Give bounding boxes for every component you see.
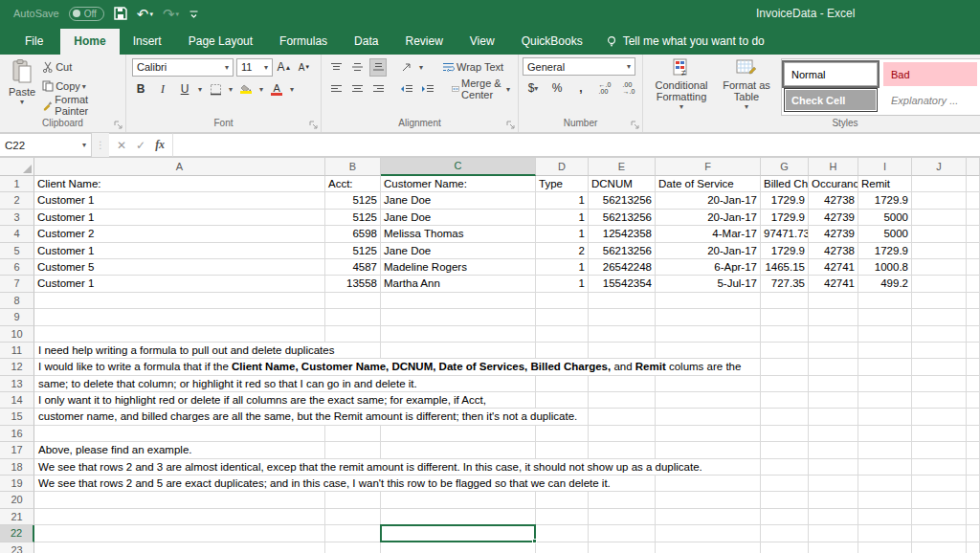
cell-H7[interactable]: 42741 [809,276,858,292]
merge-center-button[interactable]: Merge & Center ▾ [450,79,512,99]
cell-H6[interactable]: 42741 [809,259,858,276]
increase-font-button[interactable]: A▲ [276,58,293,77]
cell-B16[interactable] [325,426,381,442]
cell-E16[interactable] [589,426,656,442]
col-header-partial[interactable] [967,158,980,176]
cell-E22[interactable] [589,525,656,542]
row-header-3[interactable]: 3 [0,210,34,226]
cancel-formula-icon[interactable]: ✕ [117,139,126,152]
cell-H18[interactable] [809,459,858,476]
cell-I18[interactable] [858,459,912,476]
cell-A2[interactable]: Customer 1 [34,192,325,209]
cell-F16[interactable] [656,426,761,442]
formula-input[interactable] [173,133,980,157]
bold-button[interactable]: B [132,80,149,99]
align-left-button[interactable] [327,80,345,99]
row-header-12[interactable]: 12 [0,359,34,375]
cell-H23[interactable] [809,542,858,553]
row-header-13[interactable]: 13 [0,376,34,392]
cell-F23[interactable] [656,542,761,553]
cell-I17[interactable] [858,442,912,458]
format-as-table-dropdown-icon[interactable]: ▾ [745,102,748,111]
cell-F19[interactable] [656,476,761,492]
cell-B17[interactable] [325,442,381,458]
cell-x6[interactable] [967,259,980,276]
cell-F10[interactable] [656,326,761,343]
underline-dropdown-icon[interactable]: ▾ [198,85,202,94]
cell-D21[interactable] [536,509,589,525]
cell-C22[interactable] [381,525,536,542]
cell-I21[interactable] [858,509,912,525]
name-box[interactable]: C22 ▾ [0,133,92,157]
cell-H15[interactable] [809,409,858,425]
cell-G6[interactable]: 1465.15 [761,259,809,276]
cell-B10[interactable] [325,326,381,343]
cell-H12[interactable] [809,359,858,375]
cut-button[interactable]: Cut [40,57,122,77]
style-check-cell[interactable]: Check Cell [784,88,878,112]
format-as-table-button[interactable]: Format as Table ▾ [716,56,777,118]
cell-I9[interactable] [858,309,912,325]
cell-F17[interactable] [656,442,761,458]
col-header-B[interactable]: B [325,158,381,176]
comma-style-button[interactable]: , [572,79,590,98]
cell-H10[interactable] [809,326,858,343]
cell-B8[interactable] [325,293,381,309]
italic-button[interactable]: I [154,80,171,99]
alignment-dialog-launcher-icon[interactable] [506,121,516,130]
col-header-C[interactable]: C [381,158,536,176]
cell-C5[interactable]: Jane Doe [381,243,536,259]
cell-H5[interactable]: 42738 [809,243,858,259]
cell-x3[interactable] [967,210,980,226]
cell-C7[interactable]: Martha Ann [381,276,536,292]
cell-F15[interactable] [656,409,761,425]
copy-button[interactable]: Copy ▾ [40,77,122,96]
cell-C1[interactable]: Customer Name: [381,176,536,192]
tab-view[interactable]: View [457,29,508,55]
cell-E5[interactable]: 56213256 [589,243,656,259]
cell-C6[interactable]: Madeline Rogers [381,259,536,276]
tab-quickbooks[interactable]: QuickBooks [508,29,596,55]
cell-H22[interactable] [809,525,858,542]
increase-indent-button[interactable] [419,80,436,99]
tab-page-layout[interactable]: Page Layout [175,29,266,55]
tell-me-box[interactable]: Tell me what you want to do [596,29,774,55]
conditional-formatting-button[interactable]: ≠ Conditional Formatting ▾ [647,56,716,118]
cell-I19[interactable] [858,476,912,492]
col-header-E[interactable]: E [589,158,656,176]
cell-x5[interactable] [967,243,980,259]
cell-J14[interactable] [912,392,967,409]
cell-D17[interactable] [536,442,589,458]
cell-G16[interactable] [761,426,809,442]
cell-D16[interactable] [536,426,589,442]
cell-I23[interactable] [858,542,912,553]
cell-E23[interactable] [589,542,656,553]
cell-C11[interactable] [381,343,536,359]
cell-F5[interactable]: 20-Jan-17 [656,243,761,259]
align-top-button[interactable] [327,58,345,77]
cell-A20[interactable] [34,492,325,508]
cell-C23[interactable] [381,542,536,553]
cell-A1[interactable]: Client Name: [34,176,325,192]
cell-I20[interactable] [858,492,912,508]
cell-A16[interactable] [34,426,325,442]
cell-x10[interactable] [967,326,980,343]
cell-B7[interactable]: 13558 [325,276,381,292]
cell-F3[interactable]: 20-Jan-17 [656,210,761,226]
cell-D3[interactable]: 1 [536,210,589,226]
cell-x9[interactable] [967,309,980,325]
cell-J21[interactable] [912,509,967,525]
cell-G23[interactable] [761,542,809,553]
cell-E21[interactable] [589,509,656,525]
cell-H8[interactable] [809,293,858,309]
cell-C16[interactable] [381,426,536,442]
row-header-10[interactable]: 10 [0,326,34,343]
cell-E15[interactable] [589,409,656,425]
cell-F7[interactable]: 5-Jul-17 [656,276,761,292]
style-bad[interactable]: Bad [883,62,977,86]
cell-E3[interactable]: 56213256 [589,210,656,226]
decrease-decimal-button[interactable]: .00→.0 [620,79,637,98]
cell-D4[interactable]: 1 [536,226,589,242]
cell-B6[interactable]: 4587 [325,259,381,276]
decrease-font-button[interactable]: A▼ [296,58,313,77]
